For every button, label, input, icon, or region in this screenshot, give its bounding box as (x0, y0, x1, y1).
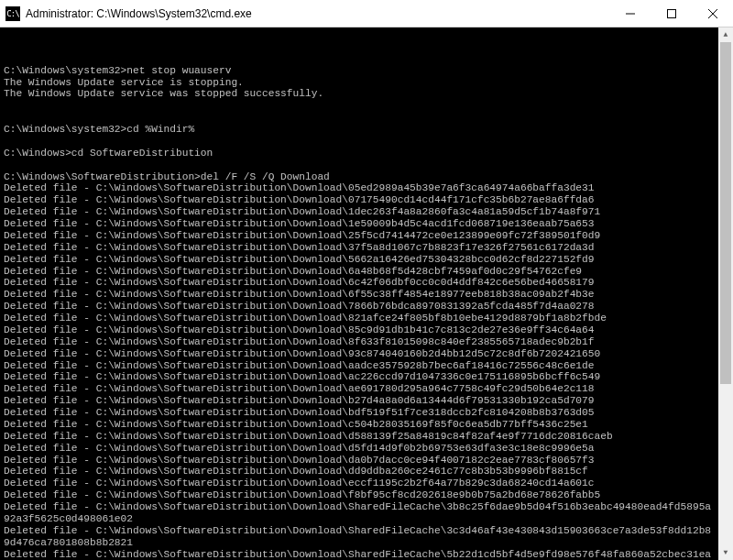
console-line: Deleted file - C:\Windows\SoftwareDistri… (4, 383, 715, 395)
console-line: Deleted file - C:\Windows\SoftwareDistri… (4, 478, 715, 489)
close-button[interactable] (692, 0, 733, 27)
console-line: Deleted file - C:\Windows\SoftwareDistri… (4, 360, 715, 372)
console-line: Deleted file - C:\Windows\SoftwareDistri… (4, 254, 715, 266)
console-line: Deleted file - C:\Windows\SoftwareDistri… (4, 289, 715, 301)
console-line: Deleted file - C:\Windows\SoftwareDistri… (4, 455, 715, 467)
window-title: Administrator: C:\Windows\System32\cmd.e… (26, 7, 252, 20)
console-content: C:\Windows\system32>net stop wuauservThe… (4, 53, 729, 560)
console-line: Deleted file - C:\Windows\SoftwareDistri… (4, 407, 715, 419)
console-line: C:\Windows\SoftwareDistribution>del /F /… (4, 171, 715, 183)
console-line: Deleted file - C:\Windows\SoftwareDistri… (4, 277, 715, 289)
console-line: C:\Windows\system32>cd %Windir% (4, 124, 715, 136)
console-line: The Windows Update service was stopped s… (4, 88, 715, 100)
console-line: Deleted file - C:\Windows\SoftwareDistri… (4, 218, 715, 230)
console-line: C:\Windows>cd SoftwareDistribution (4, 148, 715, 159)
console-line: Deleted file - C:\Windows\SoftwareDistri… (4, 206, 715, 218)
close-icon (708, 9, 717, 18)
scrollbar[interactable]: ▲ ▼ (718, 27, 733, 560)
titlebar-left: C:\ Administrator: C:\Windows\System32\c… (5, 6, 252, 21)
console-line: Deleted file - C:\Windows\SoftwareDistri… (4, 230, 715, 242)
console-line: Deleted file - C:\Windows\SoftwareDistri… (4, 324, 715, 336)
console-line (4, 136, 715, 148)
minimize-button[interactable] (609, 0, 651, 27)
console-line: Deleted file - C:\Windows\SoftwareDistri… (4, 182, 715, 194)
console-line (4, 53, 715, 65)
console-area[interactable]: C:\Windows\system32>net stop wuauservThe… (0, 27, 733, 560)
maximize-button[interactable] (651, 0, 692, 27)
maximize-icon (667, 9, 676, 18)
console-line: Deleted file - C:\Windows\SoftwareDistri… (4, 313, 715, 324)
scroll-thumb[interactable] (720, 42, 731, 384)
console-line: Deleted file - C:\Windows\SoftwareDistri… (4, 266, 715, 278)
console-line: Deleted file - C:\Windows\SoftwareDistri… (4, 301, 715, 313)
console-line: Deleted file - C:\Windows\SoftwareDistri… (4, 466, 715, 478)
console-line: Deleted file - C:\Windows\SoftwareDistri… (4, 489, 715, 501)
scroll-down-arrow[interactable]: ▼ (718, 545, 733, 560)
titlebar-buttons (609, 0, 733, 27)
console-line: C:\Windows\system32>net stop wuauserv (4, 65, 715, 77)
console-line: Deleted file - C:\Windows\SoftwareDistri… (4, 419, 715, 431)
console-line: Deleted file - C:\Windows\SoftwareDistri… (4, 242, 715, 254)
console-line: Deleted file - C:\Windows\SoftwareDistri… (4, 443, 715, 455)
console-line: Deleted file - C:\Windows\SoftwareDistri… (4, 525, 715, 549)
console-line: The Windows Update service is stopping. (4, 77, 715, 89)
scroll-track[interactable] (718, 42, 733, 545)
console-line (4, 112, 715, 124)
console-line (4, 159, 715, 171)
console-line: Deleted file - C:\Windows\SoftwareDistri… (4, 336, 715, 348)
console-line: Deleted file - C:\Windows\SoftwareDistri… (4, 348, 715, 360)
console-line: Deleted file - C:\Windows\SoftwareDistri… (4, 371, 715, 383)
console-line: Deleted file - C:\Windows\SoftwareDistri… (4, 549, 715, 561)
minimize-icon (626, 9, 635, 18)
console-line (4, 100, 715, 112)
svg-rect-1 (667, 9, 675, 17)
cmd-icon: C:\ (5, 6, 20, 21)
console-line: Deleted file - C:\Windows\SoftwareDistri… (4, 395, 715, 407)
console-line: Deleted file - C:\Windows\SoftwareDistri… (4, 194, 715, 206)
console-line: Deleted file - C:\Windows\SoftwareDistri… (4, 431, 715, 443)
console-line: Deleted file - C:\Windows\SoftwareDistri… (4, 501, 715, 525)
titlebar[interactable]: C:\ Administrator: C:\Windows\System32\c… (0, 0, 733, 27)
scroll-up-arrow[interactable]: ▲ (718, 27, 733, 42)
